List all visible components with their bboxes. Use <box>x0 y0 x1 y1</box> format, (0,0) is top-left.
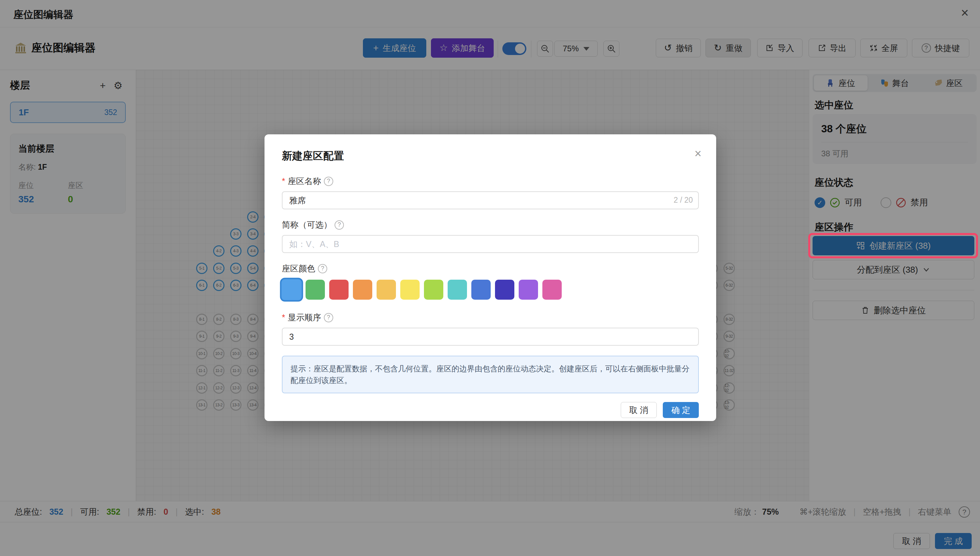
color-swatch-11[interactable] <box>519 280 538 300</box>
color-swatch-4[interactable] <box>353 280 372 300</box>
color-swatch-5[interactable] <box>377 280 396 300</box>
help-icon[interactable]: ? <box>324 177 333 186</box>
zone-name-label: 座区名称 <box>288 176 321 187</box>
color-swatch-10[interactable] <box>495 280 514 300</box>
required-mark: * <box>282 313 285 322</box>
zone-name-input[interactable] <box>282 191 699 209</box>
short-name-input[interactable] <box>282 235 699 253</box>
modal-cancel-button[interactable]: 取 消 <box>621 402 657 418</box>
color-swatch-7[interactable] <box>424 280 443 300</box>
color-swatch-1[interactable] <box>282 279 302 300</box>
modal-close-icon[interactable]: × <box>695 148 701 160</box>
help-icon[interactable]: ? <box>324 313 333 322</box>
display-order-input[interactable] <box>282 328 699 346</box>
modal-title: 新建座区配置 <box>282 149 699 163</box>
zone-color-label: 座区颜色 <box>282 263 315 274</box>
color-swatch-8[interactable] <box>448 280 467 300</box>
modal-ok-button[interactable]: 确 定 <box>663 402 699 418</box>
color-swatch-3[interactable] <box>329 280 348 300</box>
create-zone-modal: 新建座区配置 × * 座区名称 ? 2 / 20 简称（可选） ? 座区颜色 ?… <box>264 134 716 421</box>
color-swatch-12[interactable] <box>543 280 562 300</box>
display-order-label: 显示顺序 <box>288 312 321 323</box>
help-icon[interactable]: ? <box>335 220 344 230</box>
required-mark: * <box>282 176 285 186</box>
color-swatch-row <box>282 279 699 301</box>
short-name-label: 简称（可选） <box>282 219 332 230</box>
char-counter: 2 / 20 <box>674 196 693 205</box>
color-swatch-2[interactable] <box>306 280 325 300</box>
help-icon[interactable]: ? <box>318 264 327 273</box>
color-swatch-9[interactable] <box>471 280 491 300</box>
color-swatch-6[interactable] <box>400 280 420 300</box>
zone-hint-box: 提示：座区是配置数据，不包含几何位置。座区的边界由包含的座位动态决定。创建座区后… <box>282 356 699 393</box>
